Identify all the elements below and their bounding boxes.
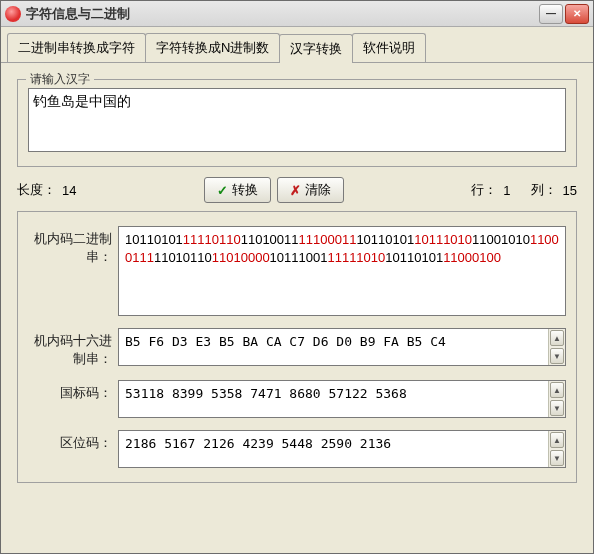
minimize-button[interactable]: ― [539, 4, 563, 24]
window-title: 字符信息与二进制 [26, 5, 537, 23]
qw-scrollbar[interactable]: ▲ ▼ [548, 431, 565, 467]
hex-row: 机内码十六进制串： B5 F6 D3 E3 B5 BA CA C7 D6 D0 … [28, 328, 566, 368]
col-label: 列： [531, 181, 557, 199]
clear-button-label: 清除 [305, 181, 331, 199]
binary-output[interactable]: 1011010111110110110100111110001110110101… [118, 226, 566, 316]
scroll-up-icon[interactable]: ▲ [550, 330, 564, 346]
gb-row: 国标码： 53118 8399 5358 7471 8680 57122 536… [28, 380, 566, 418]
gb-output[interactable]: 53118 8399 5358 7471 8680 57122 5368 [119, 381, 548, 417]
input-group-legend: 请输入汉字 [26, 71, 94, 88]
convert-button-label: 转换 [232, 181, 258, 199]
row-value: 1 [503, 183, 510, 198]
check-icon: ✓ [217, 183, 228, 198]
scroll-up-icon[interactable]: ▲ [550, 382, 564, 398]
tab-bar: 二进制串转换成字符 字符转换成N进制数 汉字转换 软件说明 [1, 27, 593, 63]
tab-binary-to-char[interactable]: 二进制串转换成字符 [7, 33, 146, 62]
gb-scrollbar[interactable]: ▲ ▼ [548, 381, 565, 417]
binary-label: 机内码二进制串： [28, 226, 118, 266]
app-window: 字符信息与二进制 ― ✕ 二进制串转换成字符 字符转换成N进制数 汉字转换 软件… [0, 0, 594, 554]
scroll-down-icon[interactable]: ▼ [550, 348, 564, 364]
qw-output[interactable]: 2186 5167 2126 4239 5448 2590 2136 [119, 431, 548, 467]
row-label: 行： [471, 181, 497, 199]
qw-row: 区位码： 2186 5167 2126 4239 5448 2590 2136 … [28, 430, 566, 468]
output-fields: 机内码二进制串： 1011010111110110110100111110001… [17, 211, 577, 483]
scroll-up-icon[interactable]: ▲ [550, 432, 564, 448]
hex-output[interactable]: B5 F6 D3 E3 B5 BA CA C7 D6 D0 B9 FA B5 C… [119, 329, 548, 365]
titlebar: 字符信息与二进制 ― ✕ [1, 1, 593, 27]
hex-scrollbar[interactable]: ▲ ▼ [548, 329, 565, 365]
length-label: 长度： [17, 181, 56, 199]
tab-about[interactable]: 软件说明 [352, 33, 426, 62]
qw-label: 区位码： [28, 430, 118, 452]
scroll-down-icon[interactable]: ▼ [550, 450, 564, 466]
status-row: 长度： 14 ✓ 转换 ✗ 清除 行： 1 列： 15 [17, 177, 577, 203]
binary-row: 机内码二进制串： 1011010111110110110100111110001… [28, 226, 566, 316]
tab-hanzi-convert[interactable]: 汉字转换 [279, 34, 353, 63]
tab-char-to-nary[interactable]: 字符转换成N进制数 [145, 33, 280, 62]
hanzi-input[interactable] [28, 88, 566, 152]
app-icon [5, 6, 21, 22]
input-group: 请输入汉字 [17, 79, 577, 167]
scroll-down-icon[interactable]: ▼ [550, 400, 564, 416]
clear-button[interactable]: ✗ 清除 [277, 177, 344, 203]
convert-button[interactable]: ✓ 转换 [204, 177, 271, 203]
gb-label: 国标码： [28, 380, 118, 402]
hex-label: 机内码十六进制串： [28, 328, 118, 368]
col-value: 15 [563, 183, 577, 198]
content-area: 请输入汉字 长度： 14 ✓ 转换 ✗ 清除 行： 1 列： 15 机内码二 [1, 63, 593, 553]
x-icon: ✗ [290, 183, 301, 198]
length-value: 14 [62, 183, 76, 198]
close-button[interactable]: ✕ [565, 4, 589, 24]
